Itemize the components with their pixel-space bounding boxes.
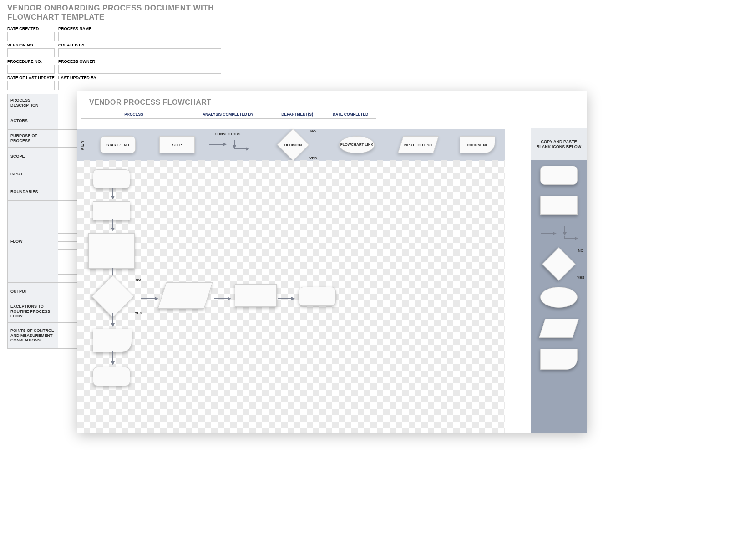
label-process-description: PROCESS DESCRIPTION (8, 94, 58, 112)
blank-document-icon[interactable] (540, 349, 578, 370)
label-last-updated-by: LAST UPDATED BY (58, 76, 221, 80)
label-created-by: CREATED BY (58, 43, 221, 47)
panel-title: VENDOR PROCESS FLOWCHART (89, 98, 587, 107)
label-actors: ACTORS (8, 112, 58, 129)
blank-connector-icons[interactable] (541, 226, 577, 241)
input-created-by[interactable] (58, 48, 221, 57)
label-flow: FLOW (8, 201, 58, 282)
meta-process: PROCESS (81, 112, 187, 119)
shape-link-icon: FLOWCHART LINK (339, 136, 375, 153)
canvas-arrow-right-1 (141, 295, 160, 302)
input-date-created[interactable] (7, 32, 55, 41)
legend-key: KEY START / END STEP CONNECTORS DECISION… (77, 129, 505, 161)
blank-link-icon[interactable] (540, 287, 578, 308)
canvas-arrow-right-2 (214, 295, 233, 302)
shape-process-icon: STEP (159, 136, 195, 153)
meta-analysis-by: ANALYSIS COMPLETED BY (187, 112, 269, 119)
canvas-io[interactable] (162, 282, 208, 309)
decision-no-label: NO (310, 129, 316, 133)
canvas-arrow-down-1 (109, 313, 117, 328)
svg-marker-19 (291, 297, 295, 300)
label-points: POINTS OF CONTROL AND MEASUREMENT CONVEN… (8, 323, 58, 348)
label-input: INPUT (8, 165, 58, 183)
canvas-start[interactable] (93, 169, 130, 188)
canvas-decision[interactable]: NO YES (86, 280, 140, 312)
input-procedure-no[interactable] (7, 65, 55, 74)
canvas-arrow-down-2 (109, 351, 117, 366)
label-scope: SCOPE (8, 148, 58, 165)
canvas-document[interactable] (93, 329, 132, 352)
label-output: OUTPUT (8, 283, 58, 300)
key-connectors: CONNECTORS (209, 132, 246, 158)
key-step: STEP (159, 136, 195, 153)
key-io: INPUT / OUTPUT (400, 136, 436, 153)
svg-marker-11 (111, 228, 115, 231)
canvas-end-right[interactable] (299, 287, 336, 306)
key-link: FLOWCHART LINK (339, 136, 375, 153)
canvas-arrow-right-3 (278, 295, 297, 302)
input-last-updated-by[interactable] (58, 81, 221, 90)
svg-marker-2 (246, 147, 249, 151)
blank-io-icon[interactable] (539, 319, 579, 338)
key-connectors-label: CONNECTORS (215, 132, 241, 136)
doc-header-rows: DATE CREATED PROCESS NAME VERSION NO. CR… (7, 26, 221, 90)
label-exceptions: EXCEPTIONS TO ROUTINE PROCESS FLOW (8, 300, 58, 322)
blank-decision-icon[interactable]: NO YES (541, 252, 577, 276)
label-last-update: DATE OF LAST UPDATE (7, 76, 55, 80)
decision-yes-label: YES (309, 156, 317, 160)
blank-icons-column: NO YES (531, 160, 587, 433)
panel-meta: PROCESS ANALYSIS COMPLETED BY DEPARTMENT… (81, 112, 587, 119)
meta-departments: DEPARTMENT(S) (269, 112, 325, 119)
canvas-step-1[interactable] (93, 201, 130, 220)
shape-document-icon: DOCUMENT (460, 136, 495, 153)
blank-terminator-icon[interactable] (540, 166, 578, 185)
shape-terminator-icon: START / END (100, 136, 136, 153)
canvas-end-bottom[interactable] (93, 367, 130, 386)
label-purpose: PURPOSE OF PROCESS (8, 130, 58, 147)
shape-io-icon: INPUT / OUTPUT (398, 136, 439, 153)
canvas-arrow-1 (109, 188, 117, 200)
key-start-end: START / END (100, 136, 136, 153)
key-decision: DECISION NO YES (278, 134, 309, 156)
input-last-update[interactable] (7, 81, 55, 90)
meta-date-completed: DATE COMPLETED (325, 112, 376, 119)
flowchart-canvas[interactable]: NO YES (77, 160, 505, 433)
flowchart-panel: VENDOR PROCESS FLOWCHART PROCESS ANALYSI… (77, 91, 587, 433)
key-document: DOCUMENT (460, 136, 495, 153)
connector-arrows-icon (209, 140, 246, 158)
svg-marker-17 (228, 297, 231, 300)
svg-marker-9 (111, 196, 115, 199)
blank-icons-header: COPY AND PASTE BLANK ICONS BELOW (531, 128, 587, 160)
doc-title: VENDOR ONBOARDING PROCESS DOCUMENT WITH … (7, 4, 221, 22)
svg-marker-1 (223, 143, 227, 146)
svg-marker-15 (155, 297, 158, 300)
label-date-created: DATE CREATED (7, 26, 55, 31)
label-process-owner: PROCESS OWNER (58, 59, 221, 64)
label-boundaries: BOUNDARIES (8, 183, 58, 200)
svg-marker-3 (233, 145, 236, 149)
input-process-owner[interactable] (58, 65, 221, 74)
svg-marker-21 (111, 323, 115, 327)
label-process-name: PROCESS NAME (58, 26, 221, 31)
label-procedure-no: PROCEDURE NO. (7, 59, 55, 64)
svg-marker-23 (111, 361, 115, 365)
input-version-no[interactable] (7, 48, 55, 57)
svg-marker-5 (553, 232, 557, 235)
key-label: KEY (77, 139, 87, 151)
canvas-arrow-2 (109, 219, 117, 232)
svg-marker-7 (575, 237, 578, 240)
canvas-step-3[interactable] (235, 284, 277, 307)
input-process-name[interactable] (58, 32, 221, 41)
label-version-no: VERSION NO. (7, 43, 55, 47)
canvas-step-2[interactable] (88, 233, 135, 269)
svg-marker-6 (563, 232, 567, 236)
blank-icons-panel: COPY AND PASTE BLANK ICONS BELOW NO YES (531, 128, 587, 433)
blank-process-icon[interactable] (540, 196, 578, 215)
